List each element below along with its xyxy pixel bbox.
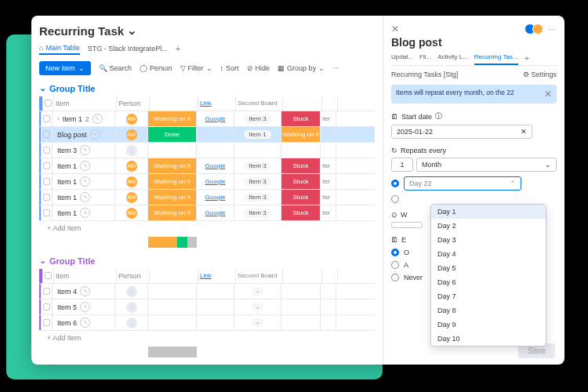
chat-icon[interactable]: ✎ — [80, 161, 90, 171]
person-cell[interactable]: ◌ — [115, 299, 148, 314]
chat-icon[interactable]: ✎ — [80, 192, 90, 202]
item-name-cell[interactable]: Item 3 ✎ — [53, 143, 115, 158]
mirror-cell[interactable]: Stuck — [281, 174, 321, 189]
tab-activity[interactable]: Activity L... — [437, 53, 468, 65]
person-cell[interactable]: AM — [115, 158, 148, 173]
item-name-cell[interactable]: › Item 1 2 ✎ — [53, 111, 115, 126]
table-row[interactable]: Item 1 ✎AMWorking on itGoogleItem 3Stuck… — [39, 190, 375, 205]
chat-icon[interactable]: ✎ — [80, 145, 90, 155]
person-cell[interactable]: ◌ — [115, 284, 148, 299]
row-checkbox[interactable] — [43, 162, 50, 169]
status-cell[interactable]: Done — [148, 127, 197, 142]
info-icon[interactable]: ⓘ — [435, 111, 442, 122]
row-checkbox[interactable] — [43, 319, 50, 326]
mirror-cell[interactable] — [281, 315, 321, 330]
tab-files[interactable]: Fil... — [419, 53, 431, 65]
row-checkbox[interactable] — [43, 115, 50, 122]
status-cell[interactable]: Working on it — [148, 205, 197, 220]
table-row[interactable]: Item 6 ✎◌- — [39, 315, 375, 331]
item-name-cell[interactable]: Blog post ✎ — [53, 127, 115, 142]
close-icon[interactable]: ✕ — [391, 24, 399, 34]
table-row[interactable]: Item 5 ✎◌- — [39, 299, 375, 315]
item-more-menu[interactable]: ⋯ — [548, 25, 557, 34]
add-tab-button[interactable]: + — [176, 44, 180, 53]
person-cell[interactable]: AM — [115, 190, 148, 205]
person-cell[interactable]: AM — [115, 127, 148, 142]
item-name-cell[interactable]: Item 1 ✎ — [53, 205, 115, 220]
row-checkbox[interactable] — [43, 209, 50, 216]
link-cell[interactable]: Google — [197, 158, 234, 173]
link-cell[interactable]: Google — [197, 205, 234, 220]
item-name-cell[interactable]: Item 1 ✎ — [53, 174, 115, 189]
mirror-cell[interactable]: Stuck — [281, 190, 321, 205]
hide-button[interactable]: ⊘Hide — [247, 64, 270, 72]
add-side-tab[interactable]: + — [524, 53, 529, 65]
tab-stg-slack[interactable]: STG - Slack IntegratePl... — [88, 43, 168, 54]
dismiss-notice[interactable]: ✕ — [544, 89, 552, 100]
person-cell[interactable]: AM — [115, 111, 148, 126]
table-row[interactable]: › Item 1 2 ✎AMWorking on itGoogleItem 3S… — [39, 111, 375, 127]
day-option[interactable]: Day 5 — [431, 261, 546, 275]
avatar-stack[interactable] — [528, 24, 543, 34]
when-input[interactable] — [391, 222, 423, 228]
link-cell[interactable] — [197, 284, 234, 299]
add-item-button[interactable]: + Add Item — [39, 331, 375, 345]
row-checkbox[interactable] — [43, 303, 50, 310]
link-cell[interactable]: Google — [197, 174, 234, 189]
item-name-cell[interactable]: Item 6 ✎ — [53, 315, 115, 330]
link-cell[interactable] — [197, 299, 234, 314]
group-title[interactable]: ⌄Group Title — [39, 83, 375, 93]
mirror-cell[interactable] — [281, 143, 321, 158]
chat-icon[interactable]: ✎ — [93, 114, 103, 124]
status-cell[interactable] — [148, 315, 197, 330]
row-checkbox[interactable] — [43, 131, 50, 138]
status-cell[interactable]: Working on it — [148, 174, 197, 189]
add-item-button[interactable]: + Add Item — [39, 221, 375, 235]
search-button[interactable]: 🔍Search — [99, 64, 132, 72]
tab-recurring[interactable]: Recurring Tas... — [474, 53, 518, 65]
person-cell[interactable]: AM — [115, 205, 148, 220]
person-cell[interactable]: ◌ — [115, 143, 148, 158]
sort-button[interactable]: ↕Sort — [220, 64, 239, 72]
second-board-cell[interactable]: Item 3 — [234, 174, 281, 189]
chat-icon[interactable]: ✎ — [80, 286, 90, 296]
chat-icon[interactable]: ✎ — [90, 129, 100, 140]
row-checkbox[interactable] — [43, 147, 50, 154]
second-board-cell[interactable]: Item 3 — [234, 190, 281, 205]
second-board-cell[interactable]: - — [234, 284, 281, 299]
settings-link[interactable]: ⚙ Settings — [523, 71, 557, 78]
item-name-cell[interactable]: Item 1 ✎ — [53, 158, 115, 173]
day-select[interactable]: Day 22⌃ — [404, 176, 521, 191]
more-menu[interactable]: ⋯ — [332, 64, 340, 72]
row-checkbox[interactable] — [43, 194, 50, 201]
day-option[interactable]: Day 7 — [431, 289, 546, 303]
second-board-cell[interactable]: - — [234, 299, 281, 314]
mirror-cell[interactable]: Stuck — [281, 111, 321, 126]
start-date-input[interactable]: 2025-01-22✕ — [391, 125, 532, 139]
link-cell[interactable]: Google — [197, 190, 234, 205]
day-option[interactable]: Day 4 — [431, 247, 546, 261]
second-board-cell[interactable]: - — [234, 315, 281, 330]
row-checkbox[interactable] — [43, 288, 50, 295]
tab-updates[interactable]: Updat... — [391, 53, 413, 65]
chat-icon[interactable]: ✎ — [80, 318, 90, 328]
status-cell[interactable] — [148, 143, 197, 158]
status-cell[interactable] — [148, 284, 197, 299]
day-option[interactable]: Day 10 — [431, 332, 546, 346]
table-row[interactable]: Item 1 ✎AMWorking on itGoogleItem 3Stuck… — [39, 205, 375, 221]
link-cell[interactable] — [197, 127, 234, 142]
radio-end-after[interactable] — [391, 261, 399, 269]
day-option[interactable]: Day 9 — [431, 318, 546, 332]
repeat-unit-select[interactable]: Month⌄ — [416, 158, 557, 172]
table-row[interactable]: Blog post ✎AMDoneItem 1Working on it — [39, 127, 375, 143]
link-cell[interactable]: Google — [197, 111, 234, 126]
status-cell[interactable] — [148, 299, 197, 314]
status-cell[interactable]: Working on it — [148, 158, 197, 173]
item-name-cell[interactable]: Item 5 ✎ — [53, 299, 115, 314]
second-board-cell[interactable] — [234, 143, 281, 158]
tab-main-table[interactable]: ⌂Main Table — [39, 42, 80, 55]
link-cell[interactable] — [197, 143, 234, 158]
day-option[interactable]: Day 3 — [431, 233, 546, 247]
second-board-cell[interactable]: Item 3 — [234, 158, 281, 173]
status-cell[interactable]: Working on it — [148, 190, 197, 205]
